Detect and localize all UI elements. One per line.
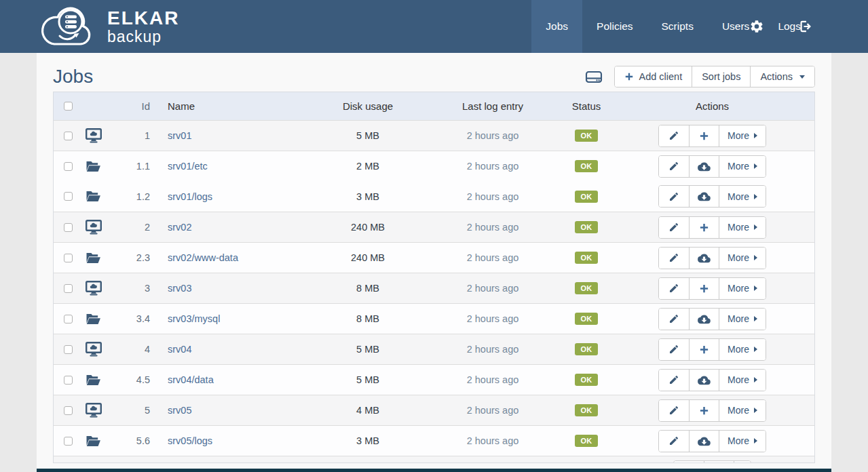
row-checkbox[interactable] bbox=[64, 192, 73, 201]
more-label: More bbox=[728, 191, 749, 202]
more-button[interactable]: More bbox=[719, 186, 766, 207]
more-button[interactable]: More bbox=[719, 248, 766, 269]
status-badge: OK bbox=[575, 252, 597, 264]
more-label: More bbox=[728, 344, 749, 355]
more-button[interactable]: More bbox=[719, 125, 766, 146]
add-job-button[interactable] bbox=[689, 278, 719, 299]
row-checkbox[interactable] bbox=[64, 132, 73, 140]
row-checkbox[interactable] bbox=[64, 315, 73, 323]
job-name-link[interactable]: srv01/etc bbox=[168, 161, 208, 172]
restore-button[interactable] bbox=[689, 156, 719, 177]
more-button[interactable]: More bbox=[719, 217, 766, 238]
edit-button[interactable] bbox=[659, 125, 689, 146]
edit-button[interactable] bbox=[659, 248, 689, 269]
job-name-link[interactable]: srv03 bbox=[168, 283, 191, 294]
restore-button[interactable] bbox=[689, 186, 719, 207]
job-name-link[interactable]: srv03/mysql bbox=[168, 313, 220, 324]
edit-button[interactable] bbox=[659, 339, 689, 360]
last-log-entry: 2 hours ago bbox=[423, 344, 563, 355]
last-log-entry: 2 hours ago bbox=[423, 283, 563, 294]
row-checkbox[interactable] bbox=[64, 223, 73, 232]
status-cell: OK bbox=[563, 282, 610, 294]
row-action-group: More bbox=[658, 185, 766, 208]
edit-button[interactable] bbox=[659, 400, 689, 421]
row-action-group: More bbox=[658, 308, 766, 330]
job-name-link[interactable]: srv02/www-data bbox=[168, 252, 238, 263]
status-cell: OK bbox=[563, 343, 610, 355]
status-badge: OK bbox=[575, 160, 597, 172]
edit-button[interactable] bbox=[659, 370, 689, 391]
row-checkbox-cell bbox=[54, 132, 82, 140]
more-button[interactable]: More bbox=[719, 309, 766, 330]
add-job-button[interactable] bbox=[689, 125, 719, 146]
actions-cell: More bbox=[610, 430, 814, 452]
actions-dropdown-button[interactable]: Actions bbox=[750, 66, 814, 87]
edit-button[interactable] bbox=[659, 156, 689, 177]
nav-item-scripts[interactable]: Scripts bbox=[647, 0, 708, 53]
pencil-icon bbox=[668, 344, 679, 355]
edit-button[interactable] bbox=[659, 186, 689, 207]
row-checkbox[interactable] bbox=[64, 162, 73, 171]
folder-icon bbox=[82, 160, 112, 173]
edit-button[interactable] bbox=[659, 278, 689, 299]
job-name-link[interactable]: srv05 bbox=[168, 405, 191, 416]
row-action-group: More bbox=[658, 247, 766, 269]
actions-cell: More bbox=[610, 185, 814, 208]
edit-button[interactable] bbox=[659, 309, 689, 330]
job-name-link[interactable]: srv01/logs bbox=[168, 191, 212, 202]
nav-item-policies[interactable]: Policies bbox=[582, 0, 647, 53]
pencil-icon bbox=[668, 222, 679, 233]
job-name-link[interactable]: srv04 bbox=[168, 344, 191, 355]
disk-usage-value: 3 MB bbox=[313, 191, 423, 202]
folder-icon bbox=[82, 252, 112, 264]
more-button[interactable]: More bbox=[719, 278, 766, 299]
row-checkbox[interactable] bbox=[64, 376, 73, 385]
add-client-button[interactable]: Add client bbox=[615, 66, 692, 87]
add-icon bbox=[699, 406, 709, 416]
job-id: 5.6 bbox=[112, 435, 150, 446]
logout-button[interactable] bbox=[781, 0, 830, 53]
sort-jobs-button[interactable]: Sort jobs bbox=[692, 66, 750, 87]
row-checkbox[interactable] bbox=[64, 345, 73, 354]
add-job-button[interactable] bbox=[689, 339, 719, 360]
job-name-link[interactable]: srv01 bbox=[168, 130, 191, 141]
pencil-icon bbox=[668, 252, 679, 263]
add-job-button[interactable] bbox=[689, 400, 719, 421]
more-label: More bbox=[728, 374, 749, 385]
nav-item-jobs[interactable]: Jobs bbox=[531, 0, 582, 53]
row-checkbox[interactable] bbox=[64, 254, 73, 262]
edit-button[interactable] bbox=[659, 431, 689, 452]
more-button[interactable]: More bbox=[719, 339, 766, 360]
restore-button[interactable] bbox=[689, 431, 719, 452]
row-checkbox[interactable] bbox=[64, 437, 73, 446]
restore-button[interactable] bbox=[689, 248, 719, 269]
select-all-checkbox[interactable] bbox=[64, 102, 73, 111]
job-id: 5 bbox=[112, 405, 150, 416]
more-button[interactable]: More bbox=[719, 156, 766, 177]
job-name-link[interactable]: srv02 bbox=[168, 222, 191, 233]
row-checkbox[interactable] bbox=[64, 284, 73, 293]
table-row: 5srv054 MB2 hours agoOKMore bbox=[54, 395, 814, 425]
restore-button[interactable] bbox=[689, 309, 719, 330]
more-button[interactable]: More bbox=[719, 431, 766, 452]
row-checkbox-cell bbox=[54, 315, 82, 323]
disk-usage-icon[interactable] bbox=[585, 69, 603, 85]
caret-right-icon bbox=[754, 163, 757, 169]
row-checkbox-cell bbox=[54, 376, 82, 385]
row-action-group bbox=[673, 460, 751, 463]
edit-button[interactable] bbox=[659, 217, 689, 238]
settings-button[interactable] bbox=[732, 0, 781, 53]
job-name-link[interactable]: srv05/logs bbox=[168, 435, 212, 446]
job-id: 2.3 bbox=[112, 252, 150, 263]
row-checkbox-cell bbox=[54, 254, 82, 262]
more-button[interactable]: More bbox=[719, 400, 766, 421]
table-row: 4.5srv04/data5 MB2 hours agoOKMore bbox=[54, 364, 814, 395]
more-button[interactable]: More bbox=[719, 370, 766, 391]
job-name-link[interactable]: srv04/data bbox=[168, 374, 214, 385]
more-label: More bbox=[728, 435, 749, 446]
row-checkbox[interactable] bbox=[64, 406, 73, 415]
restore-button[interactable] bbox=[689, 370, 719, 391]
status-badge: OK bbox=[575, 404, 597, 416]
add-job-button[interactable] bbox=[689, 217, 719, 238]
select-all-cell bbox=[54, 102, 82, 111]
